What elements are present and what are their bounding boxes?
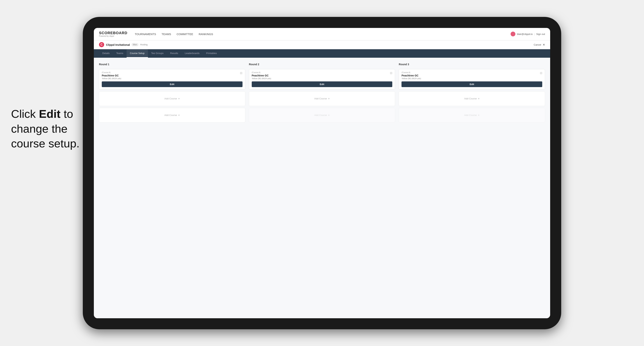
nav-right: blair@clippd.io | Sign out: [510, 32, 545, 36]
logo-title: SCOREBOARD: [99, 31, 127, 35]
round-2-add-course-2-label: Add Course: [314, 114, 327, 117]
round-2-course-label: (Course A): [252, 71, 392, 73]
round-1-add-course-1-label: Add Course: [164, 97, 177, 100]
round-2-add-course-1-label: Add Course: [314, 97, 327, 100]
sign-out-link[interactable]: Sign out: [536, 33, 545, 35]
tournament-name: Clippd Invitational: [106, 43, 130, 46]
tab-details[interactable]: Details: [99, 49, 113, 58]
main-content: Round 1 ⊟ (Course A) Peachtree GC Yellow…: [94, 58, 550, 318]
scoreboard-logo: SCOREBOARD Powered by clippd: [99, 31, 127, 37]
round-1-course-card: ⊟ (Course A) Peachtree GC Yellow (M) (66…: [99, 69, 245, 89]
tab-printables[interactable]: Printables: [203, 49, 220, 58]
round-3-course-name: Peachtree GC: [402, 74, 542, 77]
round-1-add-course-2[interactable]: Add Course +: [99, 108, 245, 123]
round-3-edit-button[interactable]: Edit: [402, 81, 542, 87]
round-2-add-course-1[interactable]: Add Course +: [249, 91, 395, 106]
tab-course-setup[interactable]: Course Setup: [126, 49, 148, 58]
round-1-add-course-1[interactable]: Add Course +: [99, 91, 245, 106]
round-2-column: Round 2 ⊟ (Course A) Peachtree GC Yellow…: [249, 63, 395, 123]
tournament-hosting: Hosting: [140, 43, 148, 46]
user-avatar: [510, 32, 516, 36]
round-3-add-course-1-plus-icon: +: [478, 97, 480, 100]
tab-bar: Details Teams Course Setup Tee Groups Re…: [94, 49, 550, 58]
round-2-edit-button[interactable]: Edit: [252, 81, 392, 87]
round-3-card-action[interactable]: ⊟: [539, 71, 543, 75]
tournament-bar: C Clippd Invitational Men Hosting Cancel…: [94, 40, 550, 49]
tablet-device: SCOREBOARD Powered by clippd TOURNAMENTS…: [83, 17, 561, 329]
round-2-course-name: Peachtree GC: [252, 74, 392, 77]
round-1-add-course-1-plus-icon: +: [178, 97, 180, 100]
round-1-course-label: (Course A): [102, 71, 242, 73]
annotation-bold: Edit: [39, 108, 60, 120]
close-icon[interactable]: ✕: [542, 43, 545, 46]
round-3-add-course-1-label: Add Course: [464, 97, 477, 100]
nav-committee[interactable]: COMMITTEE: [177, 32, 193, 36]
round-1-edit-button[interactable]: Edit: [102, 81, 242, 87]
round-3-course-label: (Course A): [402, 71, 542, 73]
nav-divider: |: [534, 33, 535, 35]
round-1-add-course-2-label: Add Course: [164, 114, 177, 117]
nav-rankings[interactable]: RANKINGS: [199, 32, 213, 36]
round-3-add-course-1[interactable]: Add Course +: [399, 91, 545, 106]
nav-teams[interactable]: TEAMS: [162, 32, 171, 36]
tab-teams[interactable]: Teams: [113, 49, 126, 58]
tab-tee-groups[interactable]: Tee Groups: [148, 49, 167, 58]
round-1-title: Round 1: [99, 63, 245, 66]
round-2-add-course-2: Add Course +: [249, 108, 395, 123]
tab-results[interactable]: Results: [167, 49, 182, 58]
round-2-card-action[interactable]: ⊟: [389, 71, 393, 75]
round-1-card-action[interactable]: ⊟: [239, 71, 243, 75]
tournament-gender-badge: Men: [132, 43, 138, 46]
round-2-course-card: ⊟ (Course A) Peachtree GC Yellow (M) (66…: [249, 69, 395, 89]
round-3-course-details: Yellow (M) (6629 yds): [402, 77, 542, 80]
nav-links: TOURNAMENTS TEAMS COMMITTEE RANKINGS: [135, 32, 510, 36]
tournament-logo: C: [99, 42, 104, 47]
user-email: blair@clippd.io: [517, 33, 532, 35]
tournament-bar-right: Cancel ✕: [534, 43, 545, 46]
rounds-container: Round 1 ⊟ (Course A) Peachtree GC Yellow…: [99, 63, 545, 123]
tablet-screen: SCOREBOARD Powered by clippd TOURNAMENTS…: [94, 28, 550, 318]
round-2-course-details: Yellow (M) (6629 yds): [252, 77, 392, 80]
round-1-course-name: Peachtree GC: [102, 74, 242, 77]
round-2-add-course-2-plus-icon: +: [328, 114, 330, 117]
round-3-add-course-2-plus-icon: +: [478, 114, 480, 117]
top-nav: SCOREBOARD Powered by clippd TOURNAMENTS…: [94, 28, 550, 40]
round-3-add-course-2-label: Add Course: [464, 114, 477, 117]
round-3-column: Round 3 ⊟ (Course A) Peachtree GC Yellow…: [399, 63, 545, 123]
round-1-add-course-2-plus-icon: +: [178, 114, 180, 117]
round-3-add-course-2: Add Course +: [399, 108, 545, 123]
round-3-course-card: ⊟ (Course A) Peachtree GC Yellow (M) (66…: [399, 69, 545, 89]
round-3-title: Round 3: [399, 63, 545, 66]
cancel-button[interactable]: Cancel: [534, 43, 541, 46]
round-1-course-details: Yellow (M) (6629 yds): [102, 77, 242, 80]
tab-leaderboards[interactable]: Leaderboards: [182, 49, 203, 58]
round-1-column: Round 1 ⊟ (Course A) Peachtree GC Yellow…: [99, 63, 245, 123]
round-2-add-course-1-plus-icon: +: [328, 97, 330, 100]
logo-sub: Powered by clippd: [99, 35, 127, 37]
nav-tournaments[interactable]: TOURNAMENTS: [135, 32, 156, 36]
round-2-title: Round 2: [249, 63, 395, 66]
